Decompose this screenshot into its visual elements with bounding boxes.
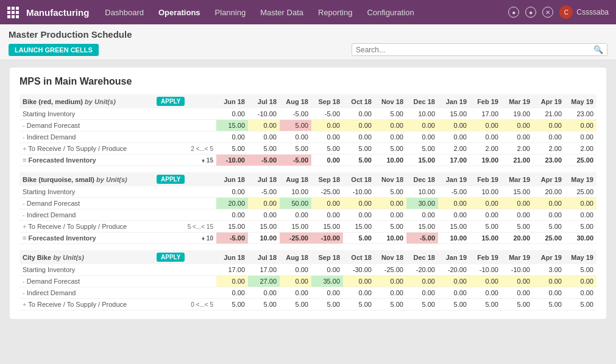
content-card: MPS in Main Warehouse Bike (red, medium)…: [10, 68, 606, 319]
nav-configuration[interactable]: Configuration: [361, 5, 420, 19]
product-1-apply[interactable]: APPLY: [154, 94, 216, 108]
subheader-row: LAUNCH GREEN CELLS 🔍: [9, 43, 607, 56]
table-row: - Indirect Demand 0.00 0.00 0.00 0.00 0.…: [19, 131, 597, 143]
clock-icon[interactable]: ●: [508, 7, 519, 18]
app-name: Manufacturing: [26, 7, 89, 18]
product-1-table: Bike (red, medium) by Unit(s) APPLY Jun …: [19, 94, 597, 166]
product-3-table: City Bike by Unit(s) APPLY Jun 18 Jul 18…: [19, 250, 597, 310]
table-row: - Indirect Demand 0.00 0.00 0.00 0.00 0.…: [19, 209, 597, 221]
avatar: C: [559, 5, 573, 19]
nav-planning[interactable]: Planning: [209, 5, 252, 19]
product-2-header: Bike (turquoise, small) by Unit(s) APPLY…: [19, 172, 597, 186]
table-row: + To Receive / To Supply / Produce 0 <..…: [19, 299, 597, 310]
product-2-table: Bike (turquoise, small) by Unit(s) APPLY…: [19, 172, 597, 244]
table-row: = Forecasted Inventory ♦ 10 -5.00 10.00 …: [19, 233, 597, 244]
launch-green-cells-button[interactable]: LAUNCH GREEN CELLS: [9, 44, 99, 56]
product-2-apply[interactable]: APPLY: [154, 172, 216, 186]
section-title: MPS in Main Warehouse: [19, 76, 597, 87]
app-logo: Manufacturing: [7, 7, 89, 18]
product-3-apply[interactable]: APPLY: [154, 250, 216, 264]
period-0: Jun 18: [216, 94, 248, 108]
table-row: + To Receive / To Supply / Produce 2 <..…: [19, 143, 597, 155]
table-row: - Demand Forecast 20.00 0.00 50.00 0.00 …: [19, 198, 597, 209]
user-name: Cssssaba: [576, 8, 609, 16]
search-input[interactable]: [356, 46, 591, 54]
table-row: + To Receive / To Supply / Produce 5 <..…: [19, 221, 597, 233]
table-row: - Demand Forecast 15.00 0.00 5.00 0.00 0…: [19, 120, 597, 131]
search-bar[interactable]: 🔍: [352, 43, 607, 56]
product-1-name: Bike (red, medium) by Unit(s): [19, 94, 154, 108]
table-row: = Forecasted Inventory ♦ 15 -10.00 -5.00…: [19, 155, 597, 166]
page-title: Master Production Schedule: [9, 29, 607, 40]
table-row: - Demand Forecast 0.00 27.00 0.00 35.00 …: [19, 276, 597, 287]
topbar: Manufacturing Dashboard Operations Plann…: [0, 0, 616, 24]
main-content: MPS in Main Warehouse Bike (red, medium)…: [0, 60, 616, 364]
table-row: Starting Inventory 0.00 -5.00 10.00 -25.…: [19, 186, 597, 198]
table-row: - Indirect Demand 0.00 0.00 0.00 0.00 0.…: [19, 287, 597, 299]
topbar-right: ● ● ✕ C Cssssaba: [508, 5, 609, 19]
nav-dashboard[interactable]: Dashboard: [99, 5, 150, 19]
product-3-header: City Bike by Unit(s) APPLY Jun 18 Jul 18…: [19, 250, 597, 264]
nav-reporting[interactable]: Reporting: [312, 5, 358, 19]
user-menu[interactable]: C Cssssaba: [559, 5, 609, 19]
grid-icon: [7, 7, 19, 18]
subheader: Master Production Schedule LAUNCH GREEN …: [0, 24, 616, 60]
nav-master-data[interactable]: Master Data: [254, 5, 310, 19]
close-icon[interactable]: ✕: [542, 7, 553, 18]
table-row: Starting Inventory 0.00 -10.00 -5.00 -5.…: [19, 108, 597, 120]
search-icon: 🔍: [593, 45, 603, 54]
chat-icon[interactable]: ●: [525, 7, 536, 18]
nav-items: Dashboard Operations Planning Master Dat…: [99, 5, 498, 19]
nav-operations[interactable]: Operations: [152, 5, 207, 19]
product-1-header: Bike (red, medium) by Unit(s) APPLY Jun …: [19, 94, 597, 108]
table-row: Starting Inventory 17.00 17.00 0.00 0.00…: [19, 264, 597, 276]
